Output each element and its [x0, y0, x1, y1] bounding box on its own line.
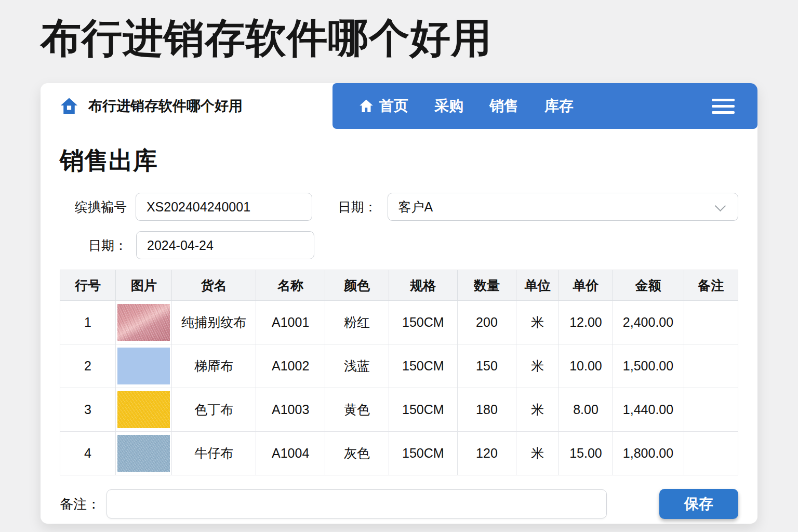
cell-image: [116, 432, 172, 475]
fabric-image: [117, 435, 170, 472]
app-header-brand: 布行进销存软件哪个好用: [41, 83, 332, 129]
cell-code: A1003: [256, 388, 325, 432]
app-header: 布行进销存软件哪个好用 首页 采购 销售 库存: [41, 83, 757, 129]
cell-price: 15.00: [559, 432, 613, 475]
fabric-image: [117, 391, 170, 428]
col-header-unit: 单位: [516, 270, 559, 301]
cell-note: [684, 344, 738, 388]
date-input[interactable]: 2024-04-24: [136, 231, 314, 259]
home-icon: [358, 98, 374, 114]
col-header-amount: 金额: [613, 270, 684, 301]
cell-goods-name: 色丁布: [172, 388, 256, 432]
fabric-image: [117, 304, 170, 341]
nav-item-purchase[interactable]: 采购: [434, 96, 463, 116]
nav-bar: 首页 采购 销售 库存: [332, 83, 757, 129]
cell-spec: 150CM: [389, 344, 457, 388]
cell-price: 12.00: [559, 301, 613, 344]
cell-unit: 米: [516, 344, 559, 388]
nav-item-label: 采购: [434, 96, 463, 116]
cell-line: 4: [60, 432, 116, 475]
col-header-line: 行号: [60, 270, 116, 301]
cell-color: 灰色: [325, 432, 389, 475]
page-title: 布行进销存软件哪个好用: [41, 11, 492, 66]
cell-image: [116, 344, 172, 388]
remark-input[interactable]: [107, 489, 607, 518]
cell-note: [684, 432, 738, 475]
col-header-goods: 货名: [172, 270, 256, 301]
order-no-input[interactable]: XS202404240001: [136, 193, 312, 221]
col-header-spec: 规格: [389, 270, 457, 301]
cell-color: 浅蓝: [325, 344, 389, 388]
cell-goods-name: 纯捕别纹布: [172, 301, 256, 344]
table-row: 2 梯厣布 A1002 浅蓝 150CM 150 米 10.00 1,500.0…: [60, 344, 738, 388]
footer-row: 备注： 保存: [60, 489, 738, 519]
cell-qty: 200: [457, 301, 516, 344]
cell-spec: 150CM: [389, 388, 457, 432]
order-no-label: 缤捵褊号: [60, 198, 127, 216]
cell-note: [684, 388, 738, 432]
col-header-image: 图片: [116, 270, 172, 301]
table-row: 4 牛仔布 A1004 灰色 150CM 120 米 15.00 1,800.0…: [60, 432, 738, 475]
nav-item-inventory[interactable]: 库存: [544, 96, 574, 116]
cell-amount: 1,800.00: [613, 432, 684, 475]
app-window: 布行进销存软件哪个好用 首页 采购 销售 库存 销售出库: [41, 83, 757, 524]
form-row-1: 缤捵褊号 XS202404240001 日期： 客户A: [60, 193, 738, 221]
cell-spec: 150CM: [389, 432, 457, 475]
customer-select[interactable]: 客户A: [388, 193, 738, 221]
chevron-down-icon: [715, 201, 726, 211]
table-row: 1 纯捕别纹布 A1001 粉红 150CM 200 米 12.00 2,400…: [60, 301, 738, 344]
hamburger-icon[interactable]: [712, 99, 735, 114]
table-header-row: 行号 图片 货名 名称 颜色 规格 数量 单位 单价 金额 备注: [60, 270, 738, 301]
cell-image: [116, 301, 172, 344]
cell-price: 8.00: [559, 388, 613, 432]
items-table: 行号 图片 货名 名称 颜色 规格 数量 单位 单价 金额 备注 1 纯捕别纹布…: [60, 270, 738, 475]
col-header-name: 名称: [256, 270, 325, 301]
customer-select-value: 客户A: [398, 198, 433, 216]
cell-unit: 米: [516, 388, 559, 432]
cell-amount: 1,500.00: [613, 344, 684, 388]
form-row-2: 日期： 2024-04-24: [60, 231, 738, 259]
cell-line: 1: [60, 301, 116, 344]
cell-color: 黄色: [325, 388, 389, 432]
cell-line: 2: [60, 344, 116, 388]
remark-label: 备注：: [60, 495, 100, 513]
fabric-image: [117, 348, 170, 384]
customer-label: 日期：: [336, 198, 377, 216]
cell-goods-name: 牛仔布: [172, 432, 256, 475]
nav-item-sales[interactable]: 销售: [489, 96, 518, 116]
nav-item-label: 首页: [379, 96, 408, 116]
cell-unit: 米: [516, 432, 559, 475]
col-header-color: 颜色: [325, 270, 389, 301]
cell-goods-name: 梯厣布: [172, 344, 256, 388]
cell-code: A1001: [256, 301, 325, 344]
section-title: 销售出库: [60, 144, 738, 177]
nav-item-home[interactable]: 首页: [358, 96, 408, 116]
cell-amount: 2,400.00: [613, 301, 684, 344]
cell-spec: 150CM: [389, 301, 457, 344]
save-button[interactable]: 保存: [659, 489, 738, 519]
cell-line: 3: [60, 388, 116, 432]
table-row: 3 色丁布 A1003 黄色 150CM 180 米 8.00 1,440.00: [60, 388, 738, 432]
date-label: 日期：: [60, 237, 127, 254]
app-title: 布行进销存软件哪个好用: [88, 97, 243, 115]
cell-amount: 1,440.00: [613, 388, 684, 432]
cell-price: 10.00: [559, 344, 613, 388]
col-header-note: 备注: [684, 270, 738, 301]
nav-item-label: 库存: [544, 96, 574, 116]
cell-code: A1002: [256, 344, 325, 388]
cell-image: [116, 388, 172, 432]
home-icon: [59, 96, 79, 116]
page-body: 销售出库 缤捵褊号 XS202404240001 日期： 客户A 日期： 202…: [41, 144, 757, 519]
table-body: 1 纯捕别纹布 A1001 粉红 150CM 200 米 12.00 2,400…: [60, 301, 738, 475]
cell-qty: 180: [457, 388, 516, 432]
nav-item-label: 销售: [489, 96, 518, 116]
col-header-price: 单价: [559, 270, 613, 301]
cell-unit: 米: [516, 301, 559, 344]
cell-color: 粉红: [325, 301, 389, 344]
cell-qty: 120: [457, 432, 516, 475]
cell-code: A1004: [256, 432, 325, 475]
cell-qty: 150: [457, 344, 516, 388]
cell-note: [684, 301, 738, 344]
col-header-qty: 数量: [457, 270, 516, 301]
